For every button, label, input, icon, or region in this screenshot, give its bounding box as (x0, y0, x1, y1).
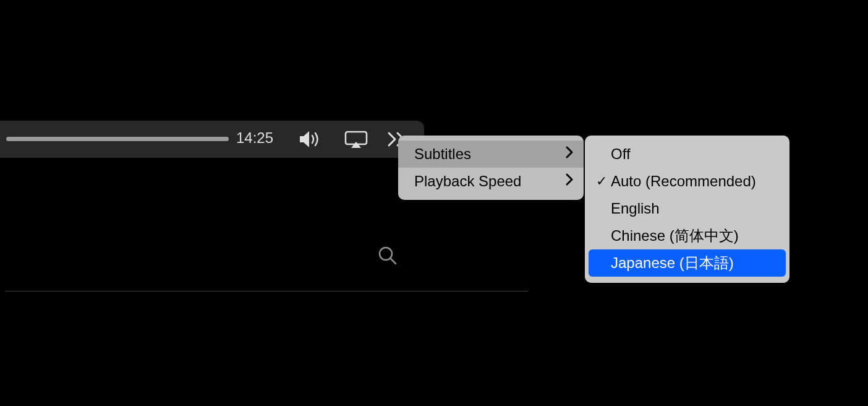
airplay-icon[interactable] (343, 128, 370, 150)
menu-item-label: Subtitles (414, 145, 471, 163)
svg-line-2 (391, 259, 396, 264)
time-remaining: 14:25 (236, 129, 273, 147)
svg-point-1 (380, 248, 392, 260)
subtitle-option-label: Chinese (简体中文) (611, 226, 739, 246)
overflow-menu: Subtitles Playback Speed (398, 136, 584, 200)
subtitle-option-off[interactable]: Off (585, 140, 789, 168)
chevron-right-icon (565, 146, 574, 162)
subtitles-submenu: Off ✓ Auto (Recommended) English Chinese… (585, 136, 789, 283)
check-icon: ✓ (592, 173, 611, 189)
menu-item-playback-speed[interactable]: Playback Speed (398, 168, 584, 195)
subtitle-option-label: Japanese (日本語) (611, 253, 734, 273)
chevron-right-icon (565, 173, 574, 189)
subtitle-option-label: English (611, 200, 660, 217)
subtitle-option-chinese[interactable]: Chinese (简体中文) (585, 222, 789, 249)
progress-track[interactable] (6, 137, 229, 141)
subtitle-option-label: Auto (Recommended) (611, 173, 756, 190)
subtitle-option-japanese[interactable]: Japanese (日本語) (589, 249, 786, 277)
subtitle-option-label: Off (611, 145, 631, 163)
menu-item-label: Playback Speed (414, 173, 521, 190)
subtitle-option-auto[interactable]: ✓ Auto (Recommended) (585, 168, 789, 195)
menu-item-subtitles[interactable]: Subtitles (398, 140, 584, 168)
subtitle-option-english[interactable]: English (585, 195, 789, 222)
progress-fill (6, 137, 229, 141)
divider (5, 291, 528, 292)
search-icon[interactable] (377, 245, 398, 269)
volume-icon[interactable] (297, 128, 324, 150)
video-player-controls: 14:25 (0, 121, 424, 158)
